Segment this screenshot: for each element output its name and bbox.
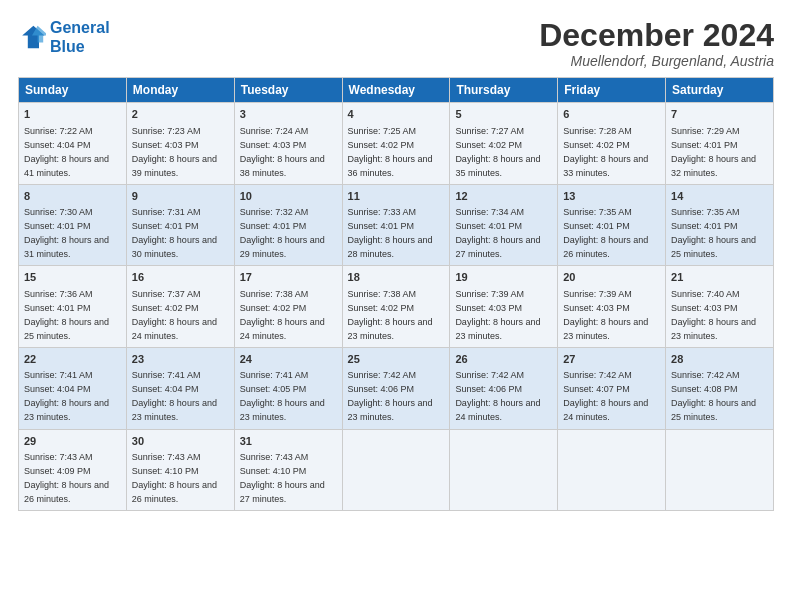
col-header-saturday: Saturday <box>666 78 774 103</box>
day-info: Sunrise: 7:35 AMSunset: 4:01 PMDaylight:… <box>671 207 756 259</box>
day-number: 17 <box>240 270 337 285</box>
day-cell: 11Sunrise: 7:33 AMSunset: 4:01 PMDayligh… <box>342 184 450 266</box>
day-cell <box>450 429 558 511</box>
day-info: Sunrise: 7:41 AMSunset: 4:04 PMDaylight:… <box>132 370 217 422</box>
logo-line1: General <box>50 19 110 36</box>
day-number: 7 <box>671 107 768 122</box>
day-cell: 14Sunrise: 7:35 AMSunset: 4:01 PMDayligh… <box>666 184 774 266</box>
week-row-2: 8Sunrise: 7:30 AMSunset: 4:01 PMDaylight… <box>19 184 774 266</box>
day-info: Sunrise: 7:41 AMSunset: 4:05 PMDaylight:… <box>240 370 325 422</box>
day-number: 20 <box>563 270 660 285</box>
logo-text: General Blue <box>50 18 110 56</box>
day-cell: 16Sunrise: 7:37 AMSunset: 4:02 PMDayligh… <box>126 266 234 348</box>
day-cell: 2Sunrise: 7:23 AMSunset: 4:03 PMDaylight… <box>126 103 234 185</box>
day-number: 30 <box>132 434 229 449</box>
day-cell: 7Sunrise: 7:29 AMSunset: 4:01 PMDaylight… <box>666 103 774 185</box>
day-number: 21 <box>671 270 768 285</box>
logo-line2: Blue <box>50 38 85 55</box>
page: General Blue December 2024 Muellendorf, … <box>0 0 792 612</box>
day-cell: 23Sunrise: 7:41 AMSunset: 4:04 PMDayligh… <box>126 347 234 429</box>
day-info: Sunrise: 7:38 AMSunset: 4:02 PMDaylight:… <box>348 289 433 341</box>
day-number: 24 <box>240 352 337 367</box>
day-number: 12 <box>455 189 552 204</box>
day-info: Sunrise: 7:36 AMSunset: 4:01 PMDaylight:… <box>24 289 109 341</box>
day-number: 27 <box>563 352 660 367</box>
week-row-1: 1Sunrise: 7:22 AMSunset: 4:04 PMDaylight… <box>19 103 774 185</box>
day-info: Sunrise: 7:27 AMSunset: 4:02 PMDaylight:… <box>455 126 540 178</box>
col-header-sunday: Sunday <box>19 78 127 103</box>
day-cell: 9Sunrise: 7:31 AMSunset: 4:01 PMDaylight… <box>126 184 234 266</box>
day-number: 29 <box>24 434 121 449</box>
day-info: Sunrise: 7:35 AMSunset: 4:01 PMDaylight:… <box>563 207 648 259</box>
day-info: Sunrise: 7:33 AMSunset: 4:01 PMDaylight:… <box>348 207 433 259</box>
day-number: 14 <box>671 189 768 204</box>
col-header-monday: Monday <box>126 78 234 103</box>
header-row: SundayMondayTuesdayWednesdayThursdayFrid… <box>19 78 774 103</box>
day-info: Sunrise: 7:39 AMSunset: 4:03 PMDaylight:… <box>455 289 540 341</box>
day-info: Sunrise: 7:30 AMSunset: 4:01 PMDaylight:… <box>24 207 109 259</box>
day-info: Sunrise: 7:43 AMSunset: 4:10 PMDaylight:… <box>240 452 325 504</box>
day-cell: 17Sunrise: 7:38 AMSunset: 4:02 PMDayligh… <box>234 266 342 348</box>
day-cell: 10Sunrise: 7:32 AMSunset: 4:01 PMDayligh… <box>234 184 342 266</box>
day-cell: 24Sunrise: 7:41 AMSunset: 4:05 PMDayligh… <box>234 347 342 429</box>
day-number: 15 <box>24 270 121 285</box>
day-cell: 13Sunrise: 7:35 AMSunset: 4:01 PMDayligh… <box>558 184 666 266</box>
day-info: Sunrise: 7:29 AMSunset: 4:01 PMDaylight:… <box>671 126 756 178</box>
day-info: Sunrise: 7:39 AMSunset: 4:03 PMDaylight:… <box>563 289 648 341</box>
day-cell: 5Sunrise: 7:27 AMSunset: 4:02 PMDaylight… <box>450 103 558 185</box>
day-cell: 30Sunrise: 7:43 AMSunset: 4:10 PMDayligh… <box>126 429 234 511</box>
day-cell: 1Sunrise: 7:22 AMSunset: 4:04 PMDaylight… <box>19 103 127 185</box>
day-cell <box>666 429 774 511</box>
day-info: Sunrise: 7:42 AMSunset: 4:06 PMDaylight:… <box>455 370 540 422</box>
day-number: 2 <box>132 107 229 122</box>
day-cell: 4Sunrise: 7:25 AMSunset: 4:02 PMDaylight… <box>342 103 450 185</box>
col-header-tuesday: Tuesday <box>234 78 342 103</box>
day-cell <box>558 429 666 511</box>
day-info: Sunrise: 7:31 AMSunset: 4:01 PMDaylight:… <box>132 207 217 259</box>
day-info: Sunrise: 7:41 AMSunset: 4:04 PMDaylight:… <box>24 370 109 422</box>
day-info: Sunrise: 7:42 AMSunset: 4:07 PMDaylight:… <box>563 370 648 422</box>
day-number: 28 <box>671 352 768 367</box>
calendar-table: SundayMondayTuesdayWednesdayThursdayFrid… <box>18 77 774 511</box>
day-cell: 20Sunrise: 7:39 AMSunset: 4:03 PMDayligh… <box>558 266 666 348</box>
day-info: Sunrise: 7:24 AMSunset: 4:03 PMDaylight:… <box>240 126 325 178</box>
day-info: Sunrise: 7:34 AMSunset: 4:01 PMDaylight:… <box>455 207 540 259</box>
day-cell: 12Sunrise: 7:34 AMSunset: 4:01 PMDayligh… <box>450 184 558 266</box>
subtitle: Muellendorf, Burgenland, Austria <box>539 53 774 69</box>
day-number: 1 <box>24 107 121 122</box>
col-header-friday: Friday <box>558 78 666 103</box>
col-header-wednesday: Wednesday <box>342 78 450 103</box>
day-info: Sunrise: 7:43 AMSunset: 4:10 PMDaylight:… <box>132 452 217 504</box>
day-number: 11 <box>348 189 445 204</box>
day-cell: 8Sunrise: 7:30 AMSunset: 4:01 PMDaylight… <box>19 184 127 266</box>
logo: General Blue <box>18 18 110 56</box>
logo-icon <box>18 23 46 51</box>
day-number: 22 <box>24 352 121 367</box>
day-info: Sunrise: 7:23 AMSunset: 4:03 PMDaylight:… <box>132 126 217 178</box>
week-row-3: 15Sunrise: 7:36 AMSunset: 4:01 PMDayligh… <box>19 266 774 348</box>
col-header-thursday: Thursday <box>450 78 558 103</box>
day-cell: 19Sunrise: 7:39 AMSunset: 4:03 PMDayligh… <box>450 266 558 348</box>
day-info: Sunrise: 7:43 AMSunset: 4:09 PMDaylight:… <box>24 452 109 504</box>
main-title: December 2024 <box>539 18 774 53</box>
day-info: Sunrise: 7:32 AMSunset: 4:01 PMDaylight:… <box>240 207 325 259</box>
day-info: Sunrise: 7:25 AMSunset: 4:02 PMDaylight:… <box>348 126 433 178</box>
day-number: 10 <box>240 189 337 204</box>
week-row-5: 29Sunrise: 7:43 AMSunset: 4:09 PMDayligh… <box>19 429 774 511</box>
header: General Blue December 2024 Muellendorf, … <box>18 18 774 69</box>
day-cell: 22Sunrise: 7:41 AMSunset: 4:04 PMDayligh… <box>19 347 127 429</box>
week-row-4: 22Sunrise: 7:41 AMSunset: 4:04 PMDayligh… <box>19 347 774 429</box>
day-number: 8 <box>24 189 121 204</box>
day-info: Sunrise: 7:42 AMSunset: 4:08 PMDaylight:… <box>671 370 756 422</box>
day-number: 9 <box>132 189 229 204</box>
day-number: 31 <box>240 434 337 449</box>
day-number: 4 <box>348 107 445 122</box>
day-number: 26 <box>455 352 552 367</box>
day-info: Sunrise: 7:42 AMSunset: 4:06 PMDaylight:… <box>348 370 433 422</box>
day-info: Sunrise: 7:40 AMSunset: 4:03 PMDaylight:… <box>671 289 756 341</box>
day-info: Sunrise: 7:38 AMSunset: 4:02 PMDaylight:… <box>240 289 325 341</box>
day-info: Sunrise: 7:37 AMSunset: 4:02 PMDaylight:… <box>132 289 217 341</box>
day-cell: 15Sunrise: 7:36 AMSunset: 4:01 PMDayligh… <box>19 266 127 348</box>
day-number: 3 <box>240 107 337 122</box>
day-number: 18 <box>348 270 445 285</box>
